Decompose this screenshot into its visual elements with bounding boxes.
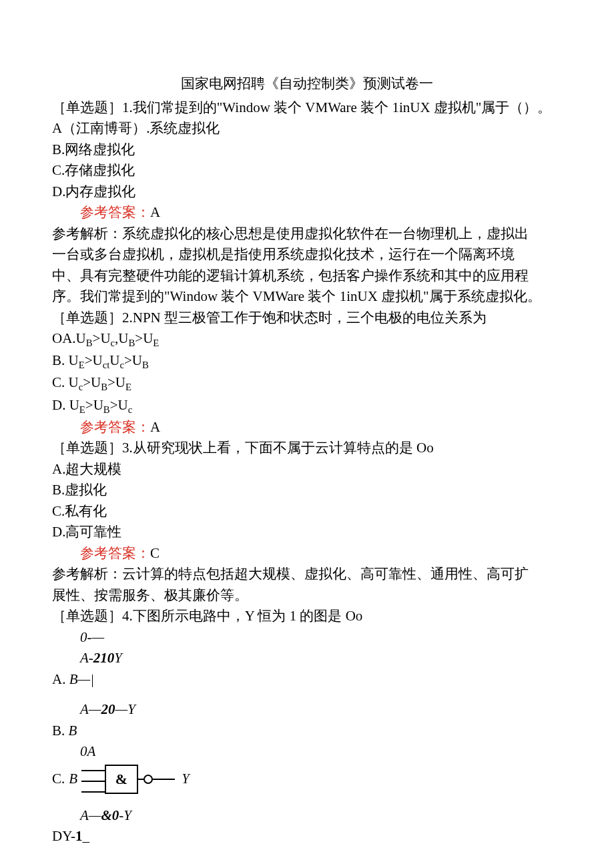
q1-option-b: B.网络虚拟化 (52, 139, 562, 161)
q1-option-d: D.内存虚拟化 (52, 181, 562, 203)
q4-b-formula: A—20—Y (80, 701, 135, 717)
q1-explanation-2: 一台或多台虚拟机，虚拟机是指使用系统虚拟化技术，运行在一个隔离环境 (52, 244, 562, 266)
q2-option-d: D. UE>UB>Uc (52, 395, 562, 417)
q3-option-c: C.私有化 (52, 501, 562, 522)
q4-optc-b: B (69, 769, 77, 790)
circuit-diagram-icon: & Y (81, 763, 195, 796)
q1-option-a: A（江南博哥）.系统虚拟化 (52, 118, 562, 139)
q2-answer-label: 参考答案： (52, 419, 150, 435)
q1-explanation-1: 参考解析：系统虚拟化的核心思想是使用虚拟化软件在一台物理机上，虚拟出 (52, 224, 562, 245)
q2-opta-formula: UB>Uc,UB>UE (76, 330, 160, 346)
q2-optb-prefix: B. (52, 352, 69, 368)
q4-d-diagram: A—&0-Y (52, 805, 562, 827)
q3-stem: ［单选题］3.从研究现状上看，下面不属于云计算特点的是 Oo (52, 438, 562, 459)
q3-option-d: D.高可靠性 (52, 522, 562, 543)
q4-optd-text: DY-1_ (52, 828, 89, 844)
q1-explanation-4: 序。我们常提到的"Window 装个 VMWare 装个 1inUX 虚拟机"属… (52, 286, 562, 308)
q3-explanation-2: 展性、按需服务、极其廉价等。 (52, 585, 562, 606)
q4-a-diagram-2: A-210Y (52, 648, 562, 669)
q4-c-top: 0A (52, 741, 562, 763)
q3-answer-label: 参考答案： (52, 545, 150, 561)
q1-explanation-3: 中、具有完整硬件功能的逻辑计算机系统，包括客户操作系统和其中的应用程 (52, 266, 562, 287)
spacer (52, 690, 562, 699)
q4-a-formula: A-210Y (80, 650, 122, 666)
q2-optc-prefix: C. (52, 374, 69, 390)
q4-optc-prefix: C. (52, 769, 65, 790)
q4-stem: ［单选题］4.下图所示电路中，Y 恒为 1 的图是 Oo (52, 606, 562, 627)
q4-opta-label: B—| (69, 671, 94, 687)
q3-answer-value: C (150, 545, 160, 561)
q4-optb-label: B (69, 723, 77, 739)
page-title: 国家电网招聘《自动控制类》预测试卷一 (52, 73, 562, 95)
q3-explanation-1: 参考解析：云计算的特点包括超大规模、虚拟化、高可靠性、通用性、高可扩 (52, 564, 562, 585)
q1-option-c: C.存储虚拟化 (52, 160, 562, 181)
svg-point-5 (144, 775, 152, 783)
q4-a-diagram-1: 0-— (52, 627, 562, 648)
q3-answer: 参考答案：C (52, 543, 562, 564)
q4-b-diagram: A—20—Y (52, 699, 562, 721)
q2-option-c: C. Uc>UB>UE (52, 372, 562, 394)
q1-answer: 参考答案：A (52, 202, 562, 224)
q4-optb-prefix: B. (52, 723, 69, 739)
q2-optd-formula: UE>UB>Uc (69, 397, 133, 413)
q2-opta-prefix: OA. (52, 330, 76, 346)
q1-answer-value: A (150, 204, 160, 220)
spacer-2 (52, 796, 562, 805)
q4-option-b: B. B (52, 721, 562, 742)
q3-option-a: A.超大规模 (52, 459, 562, 480)
q2-option-a: OA.UB>Uc,UB>UE (52, 328, 562, 350)
q1-answer-label: 参考答案： (52, 204, 150, 220)
q3-option-b: B.虚拟化 (52, 480, 562, 501)
q2-answer: 参考答案：A (52, 417, 562, 438)
q2-optb-formula: UE>UctUc>UB (69, 352, 149, 368)
q4-opta-prefix: A. (52, 671, 69, 687)
q4-option-d: DY-1_ (52, 826, 562, 847)
q2-optc-formula: Uc>UB>UE (69, 374, 132, 390)
q2-optd-prefix: D. (52, 397, 69, 413)
q4-option-a: A. B—| (52, 669, 562, 691)
q2-stem: ［单选题］2.NPN 型三极管工作于饱和状态时，三个电极的电位关系为 (52, 308, 562, 329)
output-y-label: Y (182, 771, 191, 786)
q4-option-c: C. B & Y (52, 763, 562, 796)
q1-stem: ［单选题］1.我们常提到的"Window 装个 VMWare 装个 1inUX … (52, 97, 562, 119)
q4-d-formula: A—&0-Y (80, 807, 131, 823)
q2-answer-value: A (150, 419, 160, 435)
and-gate-symbol: & (115, 771, 127, 787)
q2-option-b: B. UE>UctUc>UB (52, 350, 562, 372)
